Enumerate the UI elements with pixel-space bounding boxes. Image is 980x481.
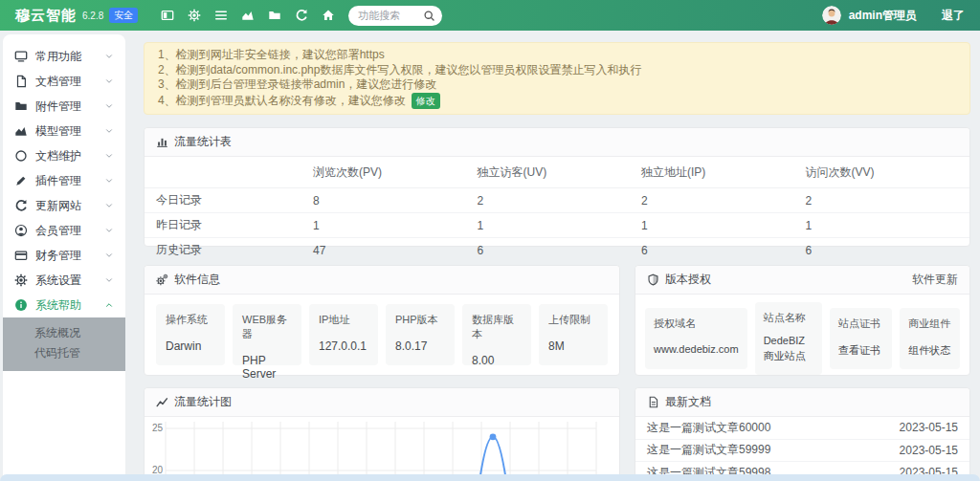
sidebar-item-plugins[interactable]: 插件管理: [3, 168, 125, 193]
chevron-down-icon: [104, 275, 114, 285]
chevron-down-icon: [104, 176, 114, 186]
license-tile-cert: 站点证书 查看证书: [830, 308, 892, 369]
doc-title: 这是一篇测试文章59999: [647, 442, 770, 458]
sidebar: 常用功能 文档管理 附件管理 模型管理 文档维护 插件管理: [3, 34, 125, 481]
sidebar-item-common[interactable]: 常用功能: [3, 44, 125, 69]
home-icon[interactable]: [322, 9, 335, 22]
bar-chart-icon: [156, 136, 168, 148]
topbar-icon-row: [161, 9, 335, 22]
monitor-icon: [14, 50, 28, 63]
submenu-item-code-hosting[interactable]: 代码托管: [3, 343, 125, 363]
traffic-table-header: 流量统计表: [145, 128, 969, 157]
traffic-chart-header: 流量统计图: [145, 388, 619, 417]
chart-area-icon: [14, 124, 28, 138]
gear-icon[interactable]: [188, 9, 201, 22]
sidebar-item-members[interactable]: 会员管理: [3, 218, 125, 243]
chevron-down-icon: [104, 151, 114, 161]
table-row: 今日记录 8 2 2 2: [145, 188, 969, 213]
y-tick-label: 25: [152, 423, 164, 433]
search-box: [348, 6, 442, 26]
sidebar-item-attachments[interactable]: 附件管理: [3, 94, 125, 119]
sidebar-item-models[interactable]: 模型管理: [3, 119, 125, 143]
cogs-icon: [156, 273, 168, 286]
software-info-header: 软件信息: [145, 266, 619, 295]
latest-docs-header: 最新文档: [635, 388, 969, 417]
card-title: 流量统计表: [174, 134, 232, 150]
alert-line: 4、检测到管理员默认名称没有修改，建议您修改 修改: [158, 93, 956, 110]
document-icon: [647, 396, 659, 408]
traffic-table: 浏览次数(PV) 独立访客(UV) 独立地址(IP) 访问次数(VV) 今日记录…: [145, 157, 969, 262]
table-row: 昨日记录 1 1 1 1: [145, 213, 969, 238]
info-tile-os: 操作系统 Darwin: [156, 304, 225, 365]
traffic-table-card: 流量统计表 浏览次数(PV) 独立访客(UV) 独立地址(IP) 访问次数(VV…: [144, 127, 970, 247]
pen-icon: [14, 174, 28, 187]
chevron-down-icon: [104, 52, 114, 61]
license-tile-components: 商业组件 组件状态: [900, 308, 960, 369]
avatar[interactable]: [822, 6, 841, 25]
chevron-down-icon: [104, 77, 114, 86]
line-chart-icon: [156, 396, 168, 408]
software-info-tiles: 操作系统 Darwin WEB服务器 PHP Server IP地址 127.0…: [145, 295, 619, 375]
traffic-chart-card: 流量统计图 25 20: [144, 387, 620, 481]
doc-list-item[interactable]: 这是一篇测试文章60000 2023-05-15: [635, 417, 969, 440]
gear-icon: [14, 273, 28, 287]
doc-date: 2023-05-15: [900, 421, 958, 434]
sidebar-item-finance[interactable]: 财务管理: [3, 243, 125, 268]
chevron-down-icon: [104, 126, 114, 136]
table-row: 历史记录 47 6 6 6: [145, 238, 969, 263]
sidebar-item-update-site[interactable]: 更新网站: [3, 193, 125, 218]
alert-line: 1、检测到网址非安全链接，建议您部署https: [158, 48, 956, 63]
doc-list-item[interactable]: 这是一篇测试文章59999 2023-05-15: [635, 440, 969, 463]
card-title: 软件信息: [174, 272, 220, 288]
app-logo: 穆云智能: [15, 7, 77, 25]
card-title: 流量统计图: [174, 394, 232, 410]
info-tile-webserver: WEB服务器 PHP Server: [233, 304, 301, 365]
topbar: 穆云智能 6.2.8 安全: [0, 0, 980, 31]
alert-line: 3、检测到后台管理登录链接带admin，建议您进行修改: [158, 77, 956, 93]
license-tile-sitename: 站点名称 DedeBIZ商业站点: [755, 302, 822, 375]
user-icon: [14, 224, 28, 237]
security-alert-box: 1、检测到网址非安全链接，建议您部署https 2、检测到data/common…: [144, 42, 970, 115]
doc-date: 2023-05-15: [900, 444, 958, 457]
table-header-row: 浏览次数(PV) 独立访客(UV) 独立地址(IP) 访问次数(VV): [145, 157, 969, 188]
card-title: 版本授权: [665, 272, 711, 288]
info-tile-ip: IP地址 127.0.0.1: [309, 304, 378, 365]
refresh-icon[interactable]: [295, 9, 308, 22]
view-cert-link[interactable]: 查看证书: [838, 343, 883, 358]
sidebar-submenu: 系统概况 代码托管: [3, 317, 125, 371]
chart-icon[interactable]: [241, 9, 255, 22]
info-tile-upload: 上传限制 8M: [539, 304, 608, 365]
chevron-down-icon: [104, 226, 114, 235]
username-label[interactable]: admin管理员: [849, 8, 917, 24]
logout-button[interactable]: 退了: [942, 8, 965, 24]
software-info-card: 软件信息 操作系统 Darwin WEB服务器 PHP Server IP地址 …: [144, 265, 620, 376]
traffic-chart: 25 20: [145, 417, 619, 481]
chart-peak-marker: [490, 433, 497, 440]
refresh-icon: [14, 199, 28, 212]
info-tile-php: PHP版本 8.0.17: [386, 304, 455, 365]
component-status-link[interactable]: 组件状态: [908, 343, 951, 358]
sidebar-item-documents[interactable]: 文档管理: [3, 69, 125, 94]
sidebar-item-help[interactable]: 系统帮助: [3, 293, 125, 317]
chart-gridlines: [166, 422, 596, 481]
latest-docs-card: 最新文档 这是一篇测试文章60000 2023-05-15 这是一篇测试文章59…: [635, 387, 970, 481]
admin-dashboard: 穆云智能 6.2.8 安全: [0, 0, 980, 481]
credit-card-icon: [14, 249, 28, 262]
alert-line: 2、检测到data/common.inc.php数据库文件写入权限，建议您以管理…: [158, 63, 956, 78]
folder-icon[interactable]: [268, 9, 281, 22]
sidebar-item-maintenance[interactable]: 文档维护: [3, 143, 125, 168]
license-tile-domain: 授权域名 www.dedebiz.com: [645, 308, 747, 369]
chevron-down-icon: [104, 201, 114, 210]
card-title: 最新文档: [665, 394, 711, 410]
fix-button[interactable]: 修改: [412, 93, 440, 110]
sidebar-item-settings[interactable]: 系统设置: [3, 268, 125, 293]
circle-icon: [14, 149, 28, 163]
shield-icon: [647, 273, 659, 286]
info-icon: [14, 298, 28, 312]
menu-icon[interactable]: [214, 9, 228, 22]
software-update-link[interactable]: 软件更新: [912, 272, 958, 288]
submenu-item-overview[interactable]: 系统概况: [3, 323, 125, 343]
dashboard-icon[interactable]: [161, 9, 174, 22]
license-header: 版本授权 软件更新: [635, 266, 969, 295]
license-tiles: 授权域名 www.dedebiz.com 站点名称 DedeBIZ商业站点 站点…: [635, 295, 969, 383]
